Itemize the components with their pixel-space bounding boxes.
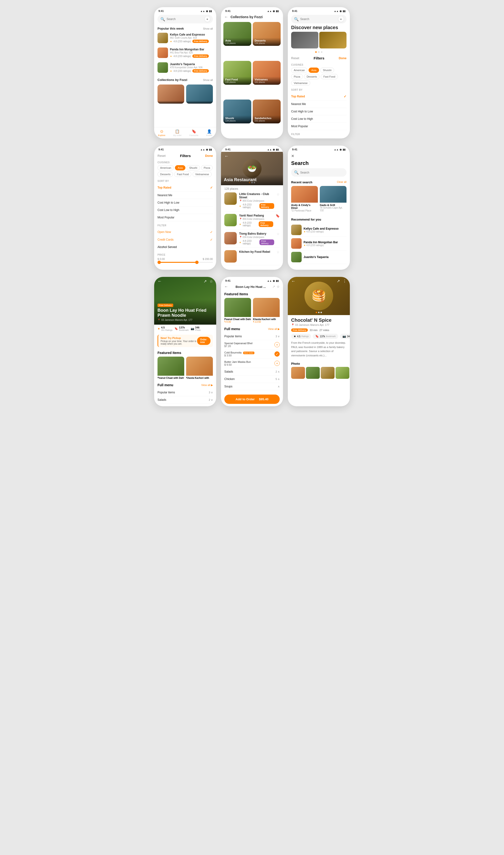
filter-reset-btn[interactable]: Reset — [291, 56, 299, 60]
menu-item-3[interactable]: Butter Jam Maska Bun $ 9.50 + — [224, 359, 280, 368]
chip-desserts[interactable]: Desserts — [304, 74, 320, 79]
featured-card-2[interactable]: Khasta Kachori with — [186, 357, 213, 379]
sort-mostpop-r2[interactable]: Most Popular — [158, 214, 213, 221]
discover-search-bar[interactable]: 🔍 ≡ — [291, 15, 346, 23]
popular-item-3[interactable]: Juanito's Taqueria 478 Konopelski Union … — [158, 61, 213, 74]
coll-desserts[interactable]: Desserts 136 places — [253, 22, 281, 46]
menu-item-2[interactable]: Cold Bournvita Best Seller $ 3.50 ✓ — [224, 350, 280, 359]
nav-favourite[interactable]: 🔖 Favourite — [190, 129, 199, 137]
bookmark-2[interactable]: 🔖 — [276, 214, 280, 218]
view-all-menu[interactable]: View all ▶ — [268, 327, 280, 331]
chip-shuishi[interactable]: Shuishi — [320, 68, 334, 73]
chip-american[interactable]: American — [291, 68, 307, 73]
bookmark-4[interactable]: ☆ — [276, 250, 280, 254]
photo-thumb-2[interactable] — [306, 367, 320, 379]
recent-card-1[interactable]: Andy & Cindy's Diner 22 Pavlovasi Place — [291, 186, 318, 212]
soups-category[interactable]: Soups ∧ — [224, 383, 280, 390]
sort-cost-high[interactable]: Cost High to Low — [291, 108, 346, 115]
photo-thumb-4[interactable] — [336, 367, 349, 379]
popular-item-2[interactable]: Panda Inn Mongolian Bar 441 Bria Flat Ap… — [158, 46, 213, 59]
menu-back-btn[interactable]: ← — [224, 285, 228, 289]
share-icon[interactable]: ↗ — [203, 279, 206, 284]
filter-done-r2[interactable]: Done — [205, 154, 213, 158]
menu-cat-popular[interactable]: Popular items 3 ∨ — [158, 389, 213, 396]
add-to-order-btn[interactable]: Add to Order $95.40 — [224, 395, 280, 404]
add-btn-1[interactable]: + — [274, 342, 280, 347]
sort-costlow-r2[interactable]: Cost Low to High — [158, 207, 213, 214]
coll-asia[interactable]: Asia 128 places — [223, 22, 251, 46]
add-btn-3[interactable]: + — [274, 361, 280, 366]
discover-filter-icon[interactable]: ≡ — [338, 16, 344, 22]
price-thumb-left[interactable] — [158, 261, 161, 264]
add-btn-2[interactable]: ✓ — [274, 351, 280, 357]
rest-card-4[interactable]: Kitchen by Food Rebel ☆ — [224, 250, 280, 265]
sort-nearest[interactable]: Nearest Me — [291, 101, 346, 108]
nav-explore[interactable]: ⊙ Explore — [158, 129, 165, 137]
clear-all-btn[interactable]: Clear all — [337, 180, 346, 184]
chicken-category[interactable]: Chicken 5 ∧ — [224, 375, 280, 383]
sort-costhigh-r2[interactable]: Cost High to Low — [158, 199, 213, 207]
view-all-boonlay[interactable]: View all ▶ — [201, 384, 213, 387]
filter-icon-btn[interactable]: ≡ — [205, 16, 210, 22]
order-now-btn[interactable]: Order now — [197, 337, 211, 345]
nav-order[interactable]: 📋 My order — [173, 129, 182, 137]
chip-asia-r2[interactable]: Asia — [175, 165, 185, 171]
menu-cat-salads[interactable]: Salads 2 ∨ — [158, 396, 213, 404]
chip-desserts-r2[interactable]: Desserts — [158, 172, 173, 177]
photo-thumb-3[interactable] — [321, 367, 335, 379]
featured-card-1[interactable]: Peanut Chaat with Dahi — [158, 357, 184, 379]
sort-popular[interactable]: Most Popular — [291, 123, 346, 130]
chocolat-back-btn[interactable]: ← — [291, 279, 295, 284]
rest-card-2[interactable]: Yanti Nasi Padang 📍 856 Esta Underpass ★… — [224, 214, 280, 230]
recommend-item-1[interactable]: Kellys Cafe and Espresso ★ 4.8 (233 rati… — [291, 223, 346, 237]
coll-sandwiches[interactable]: Sandwhiches 231 places — [253, 100, 281, 123]
menu-bookmark-icon[interactable]: ☆ — [276, 285, 280, 289]
home-search-input[interactable] — [166, 17, 203, 21]
salads-category[interactable]: Salads 2 ∧ — [224, 368, 280, 375]
sort-top-rated[interactable]: Top Rated ✓ — [291, 93, 346, 101]
filter-creditcards[interactable]: Credit Cards ✓ — [158, 236, 213, 244]
coll-preview-1[interactable] — [158, 85, 184, 104]
rest-card-3[interactable]: Tiong Bahru Bakery 📍 036 Esta Underpass … — [224, 232, 280, 248]
sort-cost-low[interactable]: Cost Low to High — [291, 115, 346, 123]
price-slider[interactable] — [158, 262, 213, 263]
photo-thumb-1[interactable] — [291, 367, 305, 379]
popular-category[interactable]: Popular items 3 ∨ — [224, 333, 280, 340]
filter-reset-r2[interactable]: Reset — [158, 154, 166, 158]
chip-asia[interactable]: Asia — [309, 68, 319, 73]
recent-card-2[interactable]: Gado & Grill 78 Schules Cape Apt. 132 — [320, 186, 346, 212]
search-main-input[interactable] — [300, 171, 344, 174]
chip-fastfood-r2[interactable]: Fast Food — [174, 172, 192, 177]
sort-toprated-r2[interactable]: Top Rated ✓ — [158, 184, 213, 192]
search-input-bar[interactable]: 🔍 — [291, 168, 346, 177]
chocolat-share-icon[interactable]: ↗ — [337, 279, 340, 284]
rest-card-1[interactable]: Little Creatures - Club Street 📍 856 Est… — [224, 192, 280, 212]
chip-pizza[interactable]: Pizza — [291, 74, 303, 79]
chip-vietnamese-r2[interactable]: Vietnamese — [193, 172, 212, 177]
featured-menu-card-2[interactable]: Khasta Kachori with $ 13.50 — [253, 298, 280, 323]
coll-preview-2[interactable] — [186, 85, 213, 104]
chip-vietnamese[interactable]: Vietnamese — [291, 81, 310, 86]
coll-fastfood[interactable]: Fast Food 135 places — [223, 61, 251, 85]
price-thumb-right[interactable] — [195, 261, 199, 264]
featured-menu-card-1[interactable]: Peanut Chaat with Dahi $ 9.00 — [224, 298, 251, 323]
boonlay-back-btn[interactable]: ← — [158, 279, 162, 284]
coll-vietnamese[interactable]: Vietnames 161 places — [253, 61, 281, 85]
filter-alcohol[interactable]: Alcohol Served — [158, 244, 213, 251]
menu-share-icon[interactable]: ↗ — [272, 285, 275, 289]
chocolat-more-icon[interactable]: ⋮ — [343, 279, 346, 284]
filter-opennow[interactable]: Open Now ✓ — [158, 228, 213, 236]
filter-done-btn[interactable]: Done — [339, 56, 346, 60]
home-search-bar[interactable]: 🔍 ≡ — [158, 15, 213, 23]
menu-item-1[interactable]: Special Gajananad Bhel $7.20 + — [224, 340, 280, 350]
back-button-collections[interactable]: ← — [224, 15, 228, 19]
coll-shushi[interactable]: Shushi 128 places — [223, 100, 251, 123]
bookmark-3[interactable]: ☆ — [276, 232, 280, 236]
discover-search-input[interactable] — [300, 17, 337, 21]
bookmark-1[interactable]: ☆ — [276, 192, 280, 196]
show-all-collections[interactable]: Show all — [203, 78, 213, 82]
popular-item-1[interactable]: Kellys Cafe and Espresso 882 Swift Court… — [158, 31, 213, 44]
search-close-btn[interactable]: ✕ — [288, 152, 350, 159]
chip-fastfood[interactable]: Fast Food — [321, 74, 338, 79]
bookmark-icon[interactable]: ☆ — [210, 279, 213, 284]
